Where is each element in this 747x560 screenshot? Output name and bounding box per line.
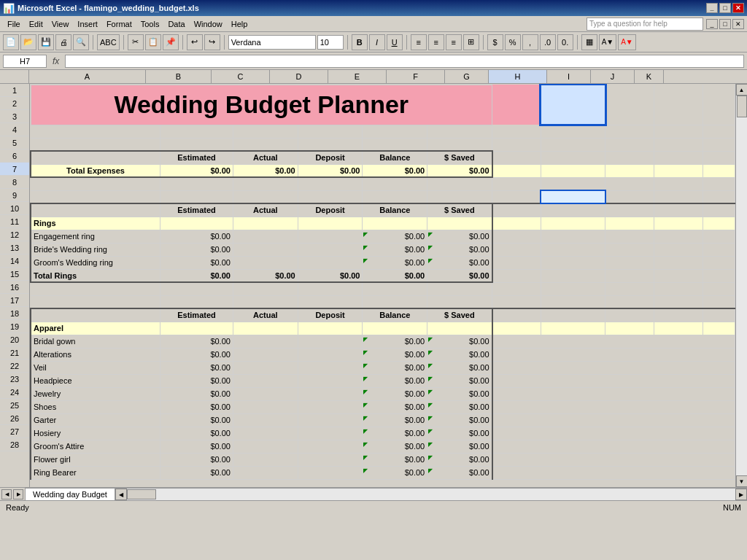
align-center-button[interactable]: ≡ (428, 34, 444, 50)
font-size-input[interactable] (317, 35, 344, 50)
cell-e18[interactable]: ◤$0.00 (363, 335, 427, 348)
cell-e27[interactable]: ◤$0.00 (363, 453, 427, 466)
cell-d10[interactable] (298, 230, 363, 243)
cell-a9[interactable]: Rings (31, 217, 160, 230)
cell-e21[interactable]: ◤$0.00 (363, 374, 427, 387)
cell-h15[interactable] (541, 295, 605, 308)
cell-h8[interactable] (541, 203, 605, 217)
cell-f10[interactable]: ◤$0.00 (427, 230, 492, 243)
col-header-f[interactable]: F (387, 70, 445, 83)
cell-e22[interactable]: ◤$0.00 (363, 387, 427, 400)
cell-k8[interactable] (703, 203, 735, 217)
col-header-a[interactable]: A (29, 70, 146, 83)
app-restore-button[interactable]: □ (719, 19, 731, 29)
cell-i5[interactable] (605, 164, 654, 177)
undo-button[interactable]: ↩ (187, 34, 203, 50)
row-header-2[interactable]: 2 (0, 97, 29, 110)
cell-c26[interactable] (233, 440, 298, 453)
cell-d18[interactable] (298, 335, 363, 348)
cell-d15[interactable] (298, 295, 363, 308)
align-left-button[interactable]: ≡ (411, 34, 427, 50)
scroll-track[interactable] (736, 96, 747, 475)
row-header-4[interactable]: 4 (0, 123, 29, 136)
cell-h7[interactable] (541, 190, 605, 203)
cell-h11[interactable] (541, 243, 605, 256)
cell-b24[interactable]: $0.00 (160, 413, 233, 427)
row-header-25[interactable]: 25 (0, 399, 29, 412)
app-close-button[interactable]: ✕ (732, 19, 744, 29)
cell-f17[interactable] (427, 322, 492, 335)
percent-button[interactable]: % (505, 34, 521, 50)
cell-e4[interactable]: Balance (363, 151, 427, 164)
cell-a27[interactable]: Flower girl (31, 453, 160, 466)
cell-c27[interactable] (233, 453, 298, 466)
cell-c24[interactable] (233, 413, 298, 427)
cell-d19[interactable] (298, 348, 363, 361)
cell-c22[interactable] (233, 387, 298, 400)
cell-b5[interactable]: $0.00 (160, 164, 233, 177)
cell-k14[interactable] (703, 282, 735, 295)
cell-a20[interactable]: Veil (31, 361, 160, 374)
cell-e2[interactable] (363, 125, 427, 138)
cell-e10[interactable]: ◤$0.00 (363, 230, 427, 243)
cell-g4[interactable] (492, 151, 541, 164)
cell-c8[interactable]: Actual (233, 203, 298, 217)
cell-j12[interactable] (654, 256, 703, 269)
cell-a14[interactable] (31, 282, 160, 295)
cells-g20-k20[interactable] (492, 361, 735, 374)
cell-k4[interactable] (703, 151, 735, 164)
cell-d21[interactable] (298, 374, 363, 387)
menu-tools[interactable]: Tools (136, 18, 164, 30)
cell-c15[interactable] (233, 295, 298, 308)
col-header-c[interactable]: C (212, 70, 270, 83)
col-header-b[interactable]: B (146, 70, 212, 83)
cell-f23[interactable]: ◤$0.00 (427, 400, 492, 413)
cell-k1[interactable] (703, 85, 735, 125)
cell-e20[interactable]: ◤$0.00 (363, 361, 427, 374)
menu-format[interactable]: Format (102, 18, 136, 30)
sheet-tab-wedding[interactable]: Wedding day Budget (25, 488, 115, 500)
cell-a24[interactable]: Garter (31, 413, 160, 427)
scroll-up-arrow[interactable]: ▲ (736, 84, 748, 96)
cell-i8[interactable] (605, 203, 654, 217)
row-header-10[interactable]: 10 (0, 202, 29, 215)
cell-e25[interactable]: ◤$0.00 (363, 427, 427, 440)
cell-b9[interactable] (160, 217, 233, 230)
cell-b7[interactable] (160, 190, 233, 203)
row-header-16[interactable]: 16 (0, 281, 29, 294)
h-scroll-left[interactable]: ◀ (115, 489, 127, 500)
cell-e17[interactable] (363, 322, 427, 335)
cell-f20[interactable]: ◤$0.00 (427, 361, 492, 374)
cell-f14[interactable] (427, 282, 492, 295)
cell-a4[interactable] (31, 151, 160, 164)
cell-b15[interactable] (160, 295, 233, 308)
underline-button[interactable]: U (387, 34, 403, 50)
title-cell[interactable]: Wedding Budget Planner (31, 85, 492, 125)
cell-b6[interactable] (160, 177, 233, 190)
cell-j15[interactable] (654, 295, 703, 308)
col-header-h[interactable]: H (489, 70, 547, 83)
cell-c11[interactable] (233, 243, 298, 256)
cell-b2[interactable] (160, 125, 233, 138)
align-right-button[interactable]: ≡ (446, 34, 462, 50)
cell-d14[interactable] (298, 282, 363, 295)
cell-j7[interactable] (654, 190, 703, 203)
cell-i2[interactable] (605, 125, 654, 138)
cell-e6[interactable] (363, 177, 427, 190)
col-header-j[interactable]: J (591, 70, 635, 83)
cell-i17[interactable] (605, 322, 654, 335)
spell-check-button[interactable]: ABC (97, 34, 120, 50)
cell-b25[interactable]: $0.00 (160, 427, 233, 440)
cell-a26[interactable]: Groom's Attire (31, 440, 160, 453)
scroll-down-arrow[interactable]: ▼ (736, 475, 748, 487)
cell-a17[interactable]: Apparel (31, 322, 160, 335)
cell-j14[interactable] (654, 282, 703, 295)
cell-c28[interactable] (233, 466, 298, 479)
merge-button[interactable]: ⊞ (463, 34, 479, 50)
row-header-19[interactable]: 19 (0, 320, 29, 333)
row-header-6[interactable]: 6 (0, 149, 29, 163)
cell-i4[interactable] (605, 151, 654, 164)
cell-d26[interactable] (298, 440, 363, 453)
cell-i11[interactable] (605, 243, 654, 256)
row-header-7[interactable]: 7 (0, 163, 29, 176)
